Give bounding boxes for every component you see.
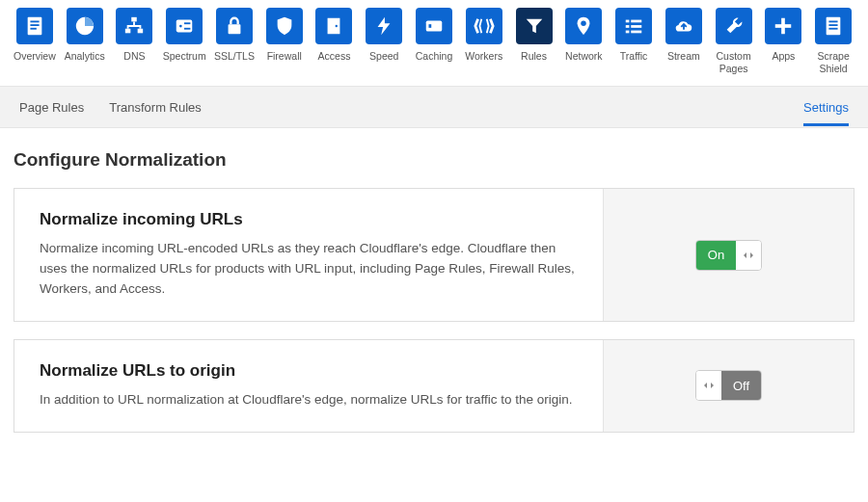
nav-label: Firewall [267, 50, 302, 63]
nav-label: Access [318, 50, 351, 63]
nav-item-caching[interactable]: Caching [411, 8, 457, 74]
document2-icon [815, 8, 852, 44]
door-icon [315, 8, 352, 44]
subnav-transform-rules[interactable]: Transform Rules [109, 89, 202, 126]
nav-label: Spectrum [163, 50, 206, 63]
nav-item-traffic[interactable]: Traffic [610, 8, 657, 74]
cloud-up-icon [665, 8, 702, 44]
card-toggle-area: Off [603, 340, 854, 432]
nav-item-spectrum[interactable]: Spectrum [161, 8, 207, 74]
funnel-icon [516, 8, 553, 44]
nav-item-access[interactable]: Access [312, 8, 358, 74]
toggle-on-label: On [696, 241, 736, 270]
card-title: Normalize incoming URLs [40, 210, 578, 229]
toggle-off-label: Off [721, 371, 761, 400]
wrench-icon [716, 8, 752, 44]
nav-item-network[interactable]: Network [560, 8, 607, 74]
page-title: Configure Normalization [0, 128, 868, 188]
nav-item-scrape-shield[interactable]: Scrape Shield [810, 8, 856, 74]
sub-nav-right: Settings [803, 89, 849, 125]
server-icon [166, 8, 203, 44]
card-desc: In addition to URL normalization at Clou… [40, 390, 578, 410]
nav-label: Caching [416, 50, 453, 63]
nav-item-apps[interactable]: Apps [760, 8, 806, 74]
nav-item-ssltls[interactable]: SSL/TLS [211, 8, 258, 74]
nav-item-firewall[interactable]: Firewall [261, 8, 308, 74]
subnav-page-rules[interactable]: Page Rules [19, 89, 84, 126]
nav-label: DNS [123, 50, 145, 63]
card-content: Normalize URLs to originIn addition to U… [14, 340, 603, 432]
card-content: Normalize incoming URLsNormalize incomin… [14, 189, 603, 321]
drive-icon [416, 8, 452, 44]
hierarchy-icon [116, 8, 152, 44]
nav-label: Traffic [620, 50, 648, 63]
nav-label: SSL/TLS [214, 50, 255, 63]
top-nav: OverviewAnalyticsDNSSpectrumSSL/TLSFirew… [0, 0, 868, 78]
nav-label: Network [565, 50, 603, 63]
nav-label: Overview [14, 50, 56, 63]
toggle-handle-icon [736, 241, 761, 270]
card-normalize-incoming: Normalize incoming URLsNormalize incomin… [14, 188, 854, 322]
pie-icon [67, 8, 103, 44]
nav-item-speed[interactable]: Speed [361, 8, 407, 74]
normalize-origin-toggle[interactable]: Off [695, 370, 762, 401]
nav-label: Scrape Shield [817, 50, 849, 74]
pin-icon [565, 8, 602, 44]
nav-label: Rules [521, 50, 547, 63]
nav-label: Workers [465, 50, 502, 63]
subnav-settings[interactable]: Settings [803, 89, 849, 126]
nav-label: Stream [667, 50, 700, 63]
brackets-icon [466, 8, 502, 44]
nav-item-stream[interactable]: Stream [661, 8, 707, 74]
nav-item-rules[interactable]: Rules [511, 8, 557, 74]
nav-item-workers[interactable]: Workers [461, 8, 507, 74]
nav-label: Custom Pages [717, 50, 751, 74]
nav-item-analytics[interactable]: Analytics [62, 8, 108, 74]
card-desc: Normalize incoming URL-encoded URLs as t… [40, 239, 578, 300]
shield-icon [266, 8, 303, 44]
sub-nav-left: Page Rules Transform Rules [19, 89, 202, 126]
bolt-icon [366, 8, 402, 44]
nav-label: Apps [772, 50, 795, 63]
nav-label: Speed [369, 50, 398, 63]
lock-icon [216, 8, 253, 44]
list-icon [615, 8, 652, 44]
normalize-incoming-toggle[interactable]: On [695, 240, 762, 271]
card-title: Normalize URLs to origin [40, 361, 578, 381]
plus-icon [765, 8, 801, 44]
toggle-handle-icon [696, 371, 721, 400]
nav-item-dns[interactable]: DNS [112, 8, 158, 74]
nav-item-custom-pages[interactable]: Custom Pages [711, 8, 757, 74]
sub-nav: Page Rules Transform Rules Settings [0, 86, 868, 128]
nav-item-overview[interactable]: Overview [12, 8, 58, 74]
document-icon [16, 8, 53, 44]
nav-label: Analytics [65, 50, 105, 63]
card-normalize-origin: Normalize URLs to originIn addition to U… [14, 339, 854, 433]
card-toggle-area: On [603, 189, 854, 321]
